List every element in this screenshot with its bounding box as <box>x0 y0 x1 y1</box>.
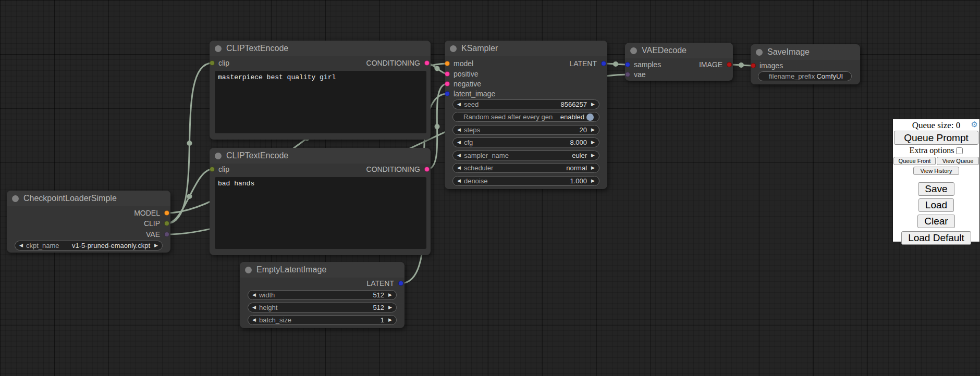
view-history-button[interactable]: View History <box>913 167 959 175</box>
decrement-arrow-icon[interactable]: ◀ <box>457 177 461 185</box>
settings-gear-icon[interactable]: ⚙ <box>971 121 978 129</box>
next-arrow-icon[interactable]: ▶ <box>591 151 595 160</box>
collapse-dot-icon[interactable] <box>215 45 222 52</box>
checkpoint-clip-to-positive-clip-midpoint-dot[interactable] <box>187 141 192 146</box>
widget-scheduler[interactable]: ◀ scheduler normal ▶ <box>452 163 599 173</box>
decrement-arrow-icon[interactable]: ◀ <box>252 316 256 324</box>
decrement-arrow-icon[interactable]: ◀ <box>252 303 256 312</box>
conditioning-output-slot[interactable] <box>424 60 430 66</box>
load-default-button[interactable]: Load Default <box>901 231 971 245</box>
decrement-arrow-icon[interactable]: ◀ <box>457 100 461 109</box>
model-input-slot[interactable] <box>445 61 450 66</box>
node-title: CLIPTextEncode <box>226 151 288 160</box>
decrement-arrow-icon[interactable]: ◀ <box>252 291 256 299</box>
collapse-dot-icon[interactable] <box>756 49 763 56</box>
node-title-bar[interactable]: CheckpointLoaderSimple <box>7 191 170 206</box>
model-output-slot[interactable] <box>164 210 169 216</box>
node-title-bar[interactable]: KSampler <box>445 41 607 56</box>
increment-arrow-icon[interactable]: ▶ <box>591 126 595 134</box>
queue-front-button[interactable]: Queue Front <box>893 157 936 165</box>
widget-random-seed-toggle[interactable]: Random seed after every gen enabled <box>452 112 599 122</box>
ksampler-latent-to-vaedecode-samples-midpoint-dot[interactable] <box>613 61 618 67</box>
positive-cond-to-ksampler-positive-midpoint-dot[interactable] <box>435 66 440 71</box>
queue-buttons-row: Queue Front View Queue <box>893 156 979 165</box>
widget-value: 512 <box>275 291 384 299</box>
clip-input-slot[interactable] <box>210 167 215 172</box>
node-title-bar[interactable]: CLIPTextEncode <box>210 148 431 164</box>
node-vae-decode[interactable]: VAEDecode samples IMAGE vae <box>625 43 733 81</box>
positive-prompt-textarea[interactable]: masterpiece best quality girl <box>215 71 426 133</box>
widget-ckpt-name[interactable]: ◀ ckpt_name v1-5-pruned-emaonly.ckpt ▶ <box>15 241 163 250</box>
samples-input-slot[interactable] <box>625 62 630 67</box>
collapse-dot-icon[interactable] <box>450 45 457 52</box>
widget-denoise[interactable]: ◀ denoise 1.000 ▶ <box>452 176 599 186</box>
negative-input-slot[interactable] <box>445 81 450 86</box>
node-empty-latent-image[interactable]: EmptyLatentImage LATENT ◀ width 512 ▶ ◀ … <box>240 262 405 328</box>
node-save-image[interactable]: SaveImage images filename_prefix ComfyUI <box>751 44 860 84</box>
widget-label: cfg <box>464 139 473 146</box>
latent-image-input-slot[interactable] <box>445 91 450 96</box>
positive-input-slot[interactable] <box>445 71 450 77</box>
node-title-bar[interactable]: SaveImage <box>751 44 860 60</box>
negative-cond-to-ksampler-negative-midpoint-dot[interactable] <box>435 124 440 129</box>
conditioning-output-slot[interactable] <box>424 167 430 172</box>
node-title-bar[interactable]: CLIPTextEncode <box>210 41 431 56</box>
widget-seed[interactable]: ◀ seed 8566257 ▶ <box>452 99 599 109</box>
output-label: IMAGE <box>699 59 722 70</box>
next-arrow-icon[interactable]: ▶ <box>154 241 158 250</box>
increment-arrow-icon[interactable]: ▶ <box>388 316 392 324</box>
clip-output-slot[interactable] <box>164 221 169 226</box>
node-title-bar[interactable]: EmptyLatentImage <box>240 262 405 278</box>
decrement-arrow-icon[interactable]: ◀ <box>457 126 461 134</box>
vae-output-slot[interactable] <box>164 232 169 237</box>
next-arrow-icon[interactable]: ▶ <box>591 164 595 172</box>
widget-cfg[interactable]: ◀ cfg 8.000 ▶ <box>452 137 599 147</box>
widget-width[interactable]: ◀ width 512 ▶ <box>248 290 397 300</box>
node-clip-text-encode-positive[interactable]: CLIPTextEncode clip CONDITIONING masterp… <box>210 41 431 140</box>
view-queue-button[interactable]: View Queue <box>937 157 979 165</box>
increment-arrow-icon[interactable]: ▶ <box>591 138 595 147</box>
widget-height[interactable]: ◀ height 512 ▶ <box>248 303 397 312</box>
collapse-dot-icon[interactable] <box>630 47 637 54</box>
collapse-dot-icon[interactable] <box>12 195 19 202</box>
increment-arrow-icon[interactable]: ▶ <box>388 303 392 312</box>
widget-steps[interactable]: ◀ steps 20 ▶ <box>452 125 599 135</box>
widget-sampler-name[interactable]: ◀ sampler_name euler ▶ <box>452 151 599 160</box>
node-graph-canvas[interactable]: CheckpointLoaderSimple MODEL CLIP VAE ◀ … <box>0 0 980 376</box>
widget-value: ComfyUI <box>815 72 843 80</box>
vaedecode-image-to-saveimage-images-midpoint-dot[interactable] <box>739 62 744 68</box>
widget-filename-prefix[interactable]: filename_prefix ComfyUI <box>758 71 852 81</box>
input-label: images <box>760 60 783 71</box>
images-input-slot[interactable] <box>751 63 756 68</box>
widget-value: v1-5-pruned-emaonly.ckpt <box>59 242 151 249</box>
increment-arrow-icon[interactable]: ▶ <box>591 177 595 185</box>
negative-prompt-textarea[interactable]: bad hands <box>215 177 426 249</box>
slot-row: clip CONDITIONING <box>210 164 431 174</box>
prev-arrow-icon[interactable]: ◀ <box>457 151 461 160</box>
clear-button[interactable]: Clear <box>917 215 954 228</box>
collapse-dot-icon[interactable] <box>245 267 252 273</box>
prev-arrow-icon[interactable]: ◀ <box>457 164 461 172</box>
increment-arrow-icon[interactable]: ▶ <box>388 291 392 299</box>
save-button[interactable]: Save <box>918 182 954 196</box>
load-button[interactable]: Load <box>918 198 954 212</box>
extra-options-checkbox[interactable] <box>956 147 963 154</box>
toggle-enabled-icon[interactable] <box>586 114 594 121</box>
node-ksampler[interactable]: KSampler model LATENT positive negative … <box>445 41 607 189</box>
queue-prompt-button[interactable]: Queue Prompt <box>894 131 978 145</box>
latent-output-slot[interactable] <box>398 281 403 286</box>
image-output-slot[interactable] <box>727 62 732 67</box>
decrement-arrow-icon[interactable]: ◀ <box>457 138 461 147</box>
increment-arrow-icon[interactable]: ▶ <box>591 100 595 109</box>
latent-output-slot[interactable] <box>601 61 606 66</box>
vae-input-slot[interactable] <box>625 72 630 77</box>
comfy-menu-panel: Queue size: 0 ⚙ Queue Prompt Extra optio… <box>892 119 980 242</box>
node-title-bar[interactable]: VAEDecode <box>625 43 733 58</box>
node-checkpoint-loader-simple[interactable]: CheckpointLoaderSimple MODEL CLIP VAE ◀ … <box>7 191 170 253</box>
collapse-dot-icon[interactable] <box>215 153 222 159</box>
node-clip-text-encode-negative[interactable]: CLIPTextEncode clip CONDITIONING bad han… <box>210 148 431 255</box>
checkpoint-clip-to-negative-clip-midpoint-dot[interactable] <box>187 194 192 199</box>
prev-arrow-icon[interactable]: ◀ <box>19 241 23 250</box>
widget-batch-size[interactable]: ◀ batch_size 1 ▶ <box>248 315 397 325</box>
clip-input-slot[interactable] <box>210 60 215 66</box>
